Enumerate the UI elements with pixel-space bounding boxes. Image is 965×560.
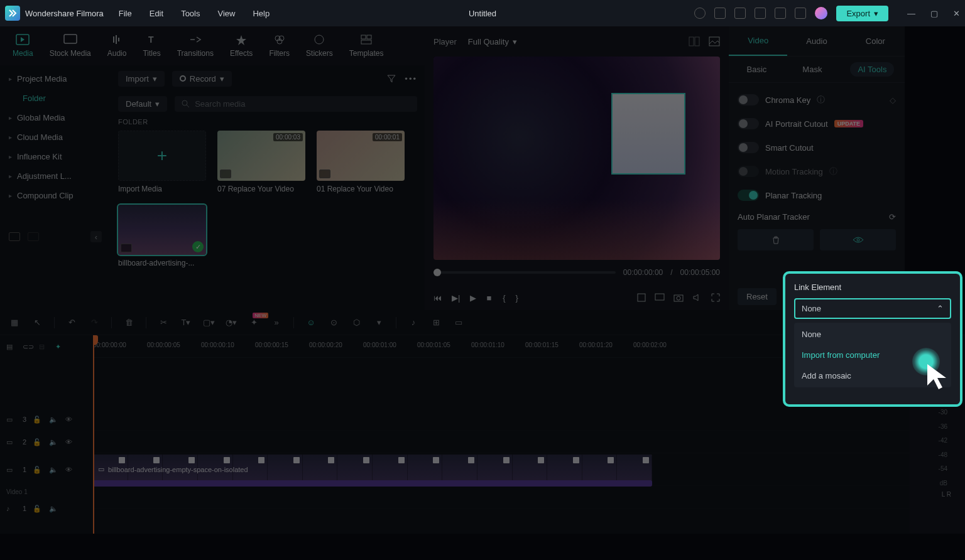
cloud-icon[interactable] [755, 8, 766, 19]
tab-stock-media[interactable]: Stock Media [43, 31, 97, 60]
toggle-smart[interactable] [738, 142, 759, 153]
mixer-icon[interactable]: ⊞ [430, 318, 442, 327]
menu-tools[interactable]: Tools [181, 9, 200, 18]
collapse-sidebar-button[interactable]: ‹ [90, 231, 102, 242]
mute-icon[interactable]: 🔈 [49, 505, 59, 513]
sidebar-folder[interactable]: Folder [0, 89, 111, 108]
pointer-tool-icon[interactable]: ↖ [31, 318, 43, 327]
mark-out-icon[interactable]: } [516, 293, 518, 303]
step-back-icon[interactable]: ▶| [452, 293, 460, 303]
toggle-portrait[interactable] [738, 118, 759, 129]
header-icon-3[interactable] [734, 8, 746, 19]
inspector-tab-color[interactable]: Color [846, 26, 905, 56]
search-input[interactable]: Search media [175, 96, 417, 112]
filter-icon[interactable] [386, 73, 397, 84]
marker-icon[interactable]: ⬡ [351, 318, 362, 327]
diamond-icon[interactable]: ◇ [890, 95, 896, 105]
eye-icon[interactable]: 👁 [65, 416, 75, 423]
music-icon[interactable]: ♪ [408, 318, 419, 327]
sidebar-project-media[interactable]: ▸Project Media [0, 69, 111, 89]
tab-stickers[interactable]: Stickers [300, 31, 339, 60]
lock-icon[interactable]: 🔓 [33, 438, 43, 446]
cut-icon[interactable]: ✂ [158, 318, 169, 327]
track-row-1[interactable]: ▭billboard-advertising-empty-space-on-is… [93, 453, 910, 486]
grid-icon[interactable] [795, 8, 806, 19]
lock-icon[interactable]: 🔓 [33, 505, 43, 513]
tab-titles[interactable]: TTitles [136, 31, 166, 60]
export-button[interactable]: Export ▾ [836, 6, 888, 21]
sidebar-influence-kit[interactable]: ▸Influence Kit [0, 147, 111, 166]
toggle-motion[interactable] [738, 166, 759, 177]
volume-icon[interactable] [692, 293, 702, 302]
more-icon[interactable]: ••• [405, 74, 417, 83]
scrub-bar[interactable] [433, 271, 616, 274]
monitor-icon[interactable] [655, 293, 665, 302]
track-row-2[interactable] [93, 431, 910, 453]
track-row-3[interactable] [93, 408, 910, 431]
track-head-2[interactable]: ▭2🔓🔈👁 [0, 431, 93, 453]
track-head-3[interactable]: ▭3🔓🔈👁 [0, 408, 93, 431]
redo-icon[interactable]: ↷ [89, 318, 100, 327]
step-icon[interactable]: ⊟ [39, 343, 49, 351]
tab-filters[interactable]: Filters [263, 31, 296, 60]
tab-audio[interactable]: Audio [101, 31, 133, 60]
video-clip[interactable]: ▭billboard-advertising-empty-space-on-is… [93, 455, 652, 484]
speed-icon[interactable]: ◔▾ [226, 318, 237, 327]
image-icon[interactable] [709, 36, 720, 46]
menu-help[interactable]: Help [253, 9, 270, 18]
refresh-icon[interactable]: ⟳ [889, 212, 896, 222]
more-tools-icon[interactable]: » [271, 318, 282, 327]
sidebar-cloud-media[interactable]: ▸Cloud Media [0, 127, 111, 147]
undo-icon[interactable]: ↶ [66, 318, 77, 327]
inspector-tab-audio[interactable]: Audio [787, 26, 846, 56]
stop-icon[interactable]: ■ [486, 293, 491, 303]
mark-in-icon[interactable]: { [503, 293, 505, 303]
sparkle-icon[interactable]: ✦ [55, 343, 65, 351]
new-folder-icon[interactable] [9, 232, 20, 241]
mute-icon[interactable]: 🔈 [49, 466, 59, 474]
eye-icon[interactable]: 👁 [65, 466, 75, 473]
headphones-icon[interactable] [775, 8, 786, 19]
delete-icon[interactable]: 🗑 [123, 318, 134, 327]
import-button[interactable]: Import▾ [118, 71, 165, 87]
link-element-select[interactable]: None ⌃ [794, 298, 951, 319]
visibility-button[interactable] [820, 229, 896, 250]
play-icon[interactable]: ▶ [470, 293, 476, 303]
video-preview[interactable] [433, 57, 720, 260]
record-tool-icon[interactable]: ⊙ [328, 318, 339, 327]
track-row-audio[interactable] [93, 486, 910, 509]
playhead[interactable] [93, 335, 94, 534]
text-tool-icon[interactable]: T▾ [180, 318, 192, 327]
mute-icon[interactable]: 🔈 [49, 416, 59, 424]
link-option-none[interactable]: None [794, 324, 951, 345]
media-item-selected[interactable]: ✓ billboard-advertising-... [118, 205, 206, 267]
link-icon[interactable]: ⊂⊃ [23, 343, 33, 351]
fullscreen-icon[interactable] [711, 293, 720, 302]
info-icon[interactable]: ⓘ [817, 94, 825, 105]
toggle-planar[interactable] [738, 190, 759, 201]
inspector-tab-video[interactable]: Video [729, 26, 787, 56]
menu-file[interactable]: File [119, 9, 132, 18]
menu-edit[interactable]: Edit [150, 9, 163, 18]
folder-outline-icon[interactable] [28, 232, 39, 241]
grid-tool-icon[interactable]: ▦ [9, 318, 20, 327]
header-icon-2[interactable] [714, 8, 726, 19]
record-button[interactable]: Record▾ [172, 71, 232, 87]
sidebar-adjustment[interactable]: ▸Adjustment L... [0, 166, 111, 186]
note-icon[interactable]: ▾ [373, 318, 384, 327]
inspector-subtab-mask[interactable]: Mask [795, 62, 829, 77]
close-button[interactable]: ✕ [953, 9, 960, 18]
sort-select[interactable]: Default▾ [118, 96, 167, 112]
sidebar-global-media[interactable]: ▸Global Media [0, 108, 111, 127]
minimize-button[interactable]: — [907, 9, 915, 18]
camera-icon[interactable] [673, 293, 684, 302]
sidebar-compound-clip[interactable]: ▸Compound Clip [0, 186, 111, 205]
eye-icon[interactable]: 👁 [65, 438, 75, 446]
mute-icon[interactable]: 🔈 [49, 438, 59, 446]
info-icon[interactable]: ⓘ [829, 166, 837, 177]
media-item[interactable]: 00:00:01 01 Replace Your Video [317, 131, 405, 193]
face-tool-icon[interactable]: ☺ [305, 318, 317, 327]
device-icon[interactable]: ▭ [453, 318, 464, 327]
reset-button[interactable]: Reset [738, 288, 777, 305]
tab-media[interactable]: Media [6, 31, 40, 60]
